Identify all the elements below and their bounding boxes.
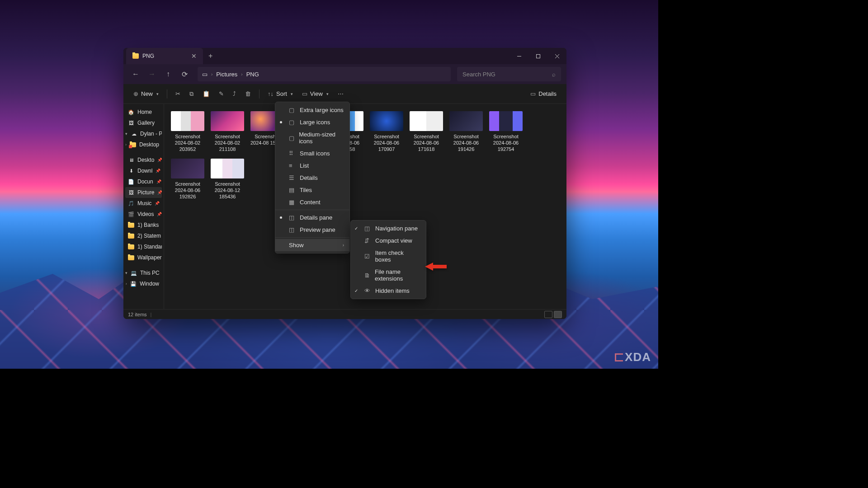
checkbox-icon: ☑ <box>364 253 371 259</box>
chevron-right-icon: › <box>211 72 212 77</box>
cut-button[interactable]: ✂ <box>172 87 184 101</box>
active-tab[interactable]: PNG ✕ <box>126 48 203 64</box>
menu-item-compact-view[interactable]: ⇵Compact view <box>351 235 426 247</box>
sidebar-item-folder[interactable]: 2) Statem <box>125 230 162 241</box>
address-bar[interactable]: ▭ › Pictures › PNG <box>198 67 451 81</box>
chevron-down-icon[interactable]: ▾ <box>125 271 127 275</box>
menu-item-small-icons[interactable]: ⠿Small icons <box>275 147 349 160</box>
menu-item-show[interactable]: Show› <box>275 239 349 251</box>
file-item[interactable]: Screenshot 2024-08-06 171618 <box>407 109 445 154</box>
forward-button[interactable]: → <box>145 67 159 81</box>
sidebar-item-videos[interactable]: 🎬Videos📌 <box>125 209 162 220</box>
file-item[interactable]: Screenshot 2024-08-12 185436 <box>208 157 246 202</box>
titlebar: PNG ✕ + <box>123 48 566 64</box>
menu-item-tiles[interactable]: ▤Tiles <box>275 184 349 196</box>
download-icon: ⬇ <box>128 168 134 174</box>
navigation-pane: 🏠Home 🖼Gallery ▾☁Dylan - Pe ›Desktop 🖥De… <box>123 104 164 309</box>
back-button[interactable]: ← <box>129 67 142 81</box>
menu-item-file-extensions[interactable]: 🗎File name extensions <box>351 266 426 285</box>
menu-item-preview-pane[interactable]: ◫Preview pane <box>275 224 349 236</box>
sidebar-item-music[interactable]: 🎵Music📌 <box>125 198 162 209</box>
pin-icon: 📌 <box>157 158 162 162</box>
menu-item-navigation-pane[interactable]: ✓◫Navigation pane <box>351 222 426 235</box>
sort-button[interactable]: ↑↓Sort▾ <box>264 87 297 101</box>
menu-item-hidden-items[interactable]: ✓👁Hidden items <box>351 285 426 297</box>
sidebar-label: Downl <box>137 168 152 174</box>
sidebar-item-folder[interactable]: 1) Banks <box>125 220 162 230</box>
pc-icon: 💻 <box>131 270 137 276</box>
up-button[interactable]: ↑ <box>161 67 175 81</box>
menu-item-details[interactable]: ☰Details <box>275 172 349 184</box>
sidebar-label: Picture <box>137 189 154 196</box>
new-button[interactable]: ⊕New▾ <box>130 87 162 101</box>
rename-button[interactable]: ✎ <box>215 87 227 101</box>
details-view-icon[interactable] <box>544 311 552 318</box>
chevron-right-icon: › <box>343 243 344 248</box>
file-item[interactable]: Screenshot 2024-08-06 192754 <box>487 109 525 154</box>
sidebar-item-drive[interactable]: ›💾Window <box>125 278 162 289</box>
chevron-right-icon[interactable]: › <box>125 282 127 286</box>
copy-button[interactable]: ⧉ <box>186 87 197 101</box>
search-placeholder: Search PNG <box>462 71 495 78</box>
file-item[interactable]: Screenshot 2024-08-06 170907 <box>368 109 406 154</box>
sidebar-item-desktop[interactable]: ›Desktop <box>125 139 162 150</box>
refresh-button[interactable]: ⟳ <box>178 67 191 81</box>
sidebar-item-pictures[interactable]: 🖼Picture📌 <box>125 187 162 198</box>
menu-label: Content <box>300 199 321 206</box>
menu-item-content[interactable]: ▦Content <box>275 196 349 208</box>
new-tab-button[interactable]: + <box>203 52 218 60</box>
sidebar-item-onedrive[interactable]: ▾☁Dylan - Pe <box>125 128 162 139</box>
sidebar-item-thispc[interactable]: ▾💻This PC <box>125 267 162 278</box>
sidebar-item-folder[interactable]: Wallpaper <box>125 252 162 263</box>
thumbnails-view-icon[interactable] <box>554 311 562 318</box>
pane-icon: ◫ <box>289 227 295 233</box>
sidebar-item-gallery[interactable]: 🖼Gallery <box>125 117 162 128</box>
close-button[interactable] <box>547 48 566 64</box>
file-name-label: Screenshot 2024-08-06 171618 <box>409 134 443 152</box>
bullet-icon <box>280 216 282 219</box>
menu-item-extra-large-icons[interactable]: ▢Extra large icons <box>275 104 349 116</box>
menu-label: Show <box>289 242 304 249</box>
copy-icon: ⧉ <box>189 90 193 98</box>
minimize-button[interactable] <box>509 48 528 64</box>
search-input[interactable]: Search PNG ⌕ <box>457 67 561 81</box>
file-item[interactable]: Screenshot 2024-08-06 192826 <box>169 157 207 202</box>
xda-watermark: XDA <box>615 350 651 364</box>
menu-label: Large icons <box>300 119 330 126</box>
tab-close-button[interactable]: ✕ <box>191 52 197 60</box>
sidebar-label: 1) Standar <box>137 244 162 250</box>
more-button[interactable]: ⋯ <box>334 87 347 101</box>
new-label: New <box>141 90 153 97</box>
menu-item-medium-icons[interactable]: ▢Medium-sized icons <box>275 128 349 147</box>
tiles-icon: ▤ <box>289 187 295 193</box>
details-icon: ☰ <box>289 175 295 181</box>
paste-button[interactable]: 📋 <box>199 87 213 101</box>
menu-item-large-icons[interactable]: ▢Large icons <box>275 116 349 128</box>
pc-icon: ▭ <box>202 71 208 78</box>
file-item[interactable]: Screenshot 2024-08-02 203952 <box>169 109 207 154</box>
sidebar-item-folder[interactable]: 1) Standar <box>125 241 162 252</box>
menu-item-details-pane[interactable]: ◫Details pane <box>275 211 349 224</box>
chevron-down-icon[interactable]: ▾ <box>125 131 127 136</box>
breadcrumb-item[interactable]: Pictures <box>216 71 237 78</box>
sidebar-item-home[interactable]: 🏠Home <box>125 107 162 117</box>
share-button[interactable]: ⤴ <box>229 87 240 101</box>
details-panel-button[interactable]: ▭Details <box>527 87 560 101</box>
sidebar-item-desktop2[interactable]: 🖥Deskto📌 <box>125 155 162 165</box>
file-item[interactable]: Screenshot 2024-08-06 191426 <box>447 109 485 154</box>
sidebar-item-downloads[interactable]: ⬇Downl📌 <box>125 165 162 176</box>
pane-icon: ◫ <box>364 225 371 232</box>
menu-item-checkboxes[interactable]: ☑Item check boxes <box>351 247 426 266</box>
maximize-button[interactable] <box>528 48 547 64</box>
file-thumbnail <box>449 111 483 131</box>
chevron-right-icon[interactable]: › <box>125 142 127 147</box>
menu-item-list[interactable]: ≡List <box>275 160 349 172</box>
svg-rect-1 <box>536 54 540 58</box>
delete-button[interactable]: 🗑 <box>241 87 255 101</box>
sidebar-item-documents[interactable]: 📄Docun📌 <box>125 176 162 187</box>
breadcrumb-item[interactable]: PNG <box>246 71 259 78</box>
file-item[interactable]: Screenshot 2024-08-02 211108 <box>208 109 246 154</box>
pane-icon: ◫ <box>289 215 295 221</box>
view-button[interactable]: ▭View▾ <box>298 87 332 101</box>
command-bar: ⊕New▾ ✂ ⧉ 📋 ✎ ⤴ 🗑 ↑↓Sort▾ ▭View▾ ⋯ ▭Deta… <box>123 84 566 104</box>
